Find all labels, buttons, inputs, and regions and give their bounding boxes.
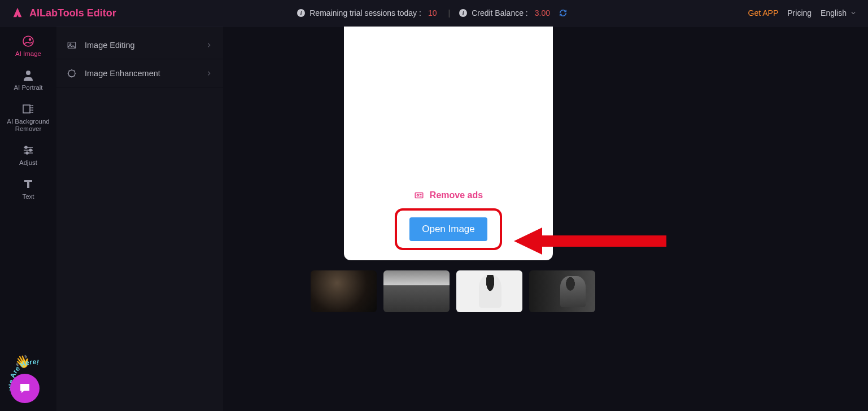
canvas-area: Remove ads Open Image — [223, 27, 868, 411]
sidebar-item-ai-portrait[interactable]: AI Portrait — [14, 68, 42, 92]
logo-icon — [11, 7, 24, 19]
app-header: AILabTools Editor i Remaining trial sess… — [0, 0, 868, 27]
image-editing-icon — [67, 40, 77, 50]
sidebar-item-label: AI Image — [15, 50, 41, 58]
sidebar-item-ai-bg-remover[interactable]: AI Background Remover — [0, 102, 56, 134]
brand-text: AILabTools Editor — [29, 7, 116, 19]
remove-ads-label: Remove ads — [430, 190, 483, 200]
submenu-image-enhancement[interactable]: Image Enhancement — [56, 59, 223, 88]
sidebar-item-label: AI Background Remover — [0, 118, 56, 134]
svg-point-2 — [26, 71, 30, 75]
credit-value: 3.00 — [535, 8, 550, 18]
drop-zone-panel: Remove ads Open Image — [344, 27, 553, 260]
submenu-label: Image Editing — [85, 41, 197, 50]
sidebar-item-label: AI Portrait — [14, 84, 42, 92]
sample-thumbnail[interactable] — [311, 270, 377, 312]
sample-thumbnail[interactable] — [383, 270, 450, 312]
image-enhancement-icon — [67, 68, 77, 78]
ai-bg-remover-icon — [21, 102, 35, 116]
svg-rect-3 — [23, 105, 30, 113]
text-icon — [21, 177, 35, 191]
header-right: Get APP Pricing English — [748, 8, 857, 18]
chevron-right-icon — [205, 41, 213, 49]
ai-image-icon — [21, 34, 35, 48]
trial-label: Remaining trial sessions today : — [309, 8, 421, 18]
sample-thumbnail[interactable] — [456, 270, 522, 312]
svg-point-1 — [29, 39, 31, 41]
primary-sidebar: AI Image AI Portrait AI Background Remov… — [0, 27, 56, 411]
info-icon: i — [297, 9, 305, 17]
trial-value: 10 — [428, 8, 437, 18]
chat-bubble-button[interactable] — [10, 374, 40, 403]
chat-widget[interactable]: 👋 We Are Here! — [8, 355, 59, 405]
pricing-link[interactable]: Pricing — [787, 8, 812, 18]
sidebar-item-adjust[interactable]: Adjust — [19, 143, 37, 167]
sidebar-item-ai-image[interactable]: AI Image — [15, 34, 41, 58]
submenu-label: Image Enhancement — [85, 69, 197, 78]
sidebar-item-label: Adjust — [19, 159, 37, 167]
brand-logo[interactable]: AILabTools Editor — [11, 7, 116, 19]
refresh-icon[interactable] — [559, 9, 567, 17]
submenu-image-editing[interactable]: Image Editing — [56, 31, 223, 59]
adjust-icon — [21, 143, 35, 157]
chevron-right-icon — [205, 69, 213, 77]
chevron-down-icon — [850, 10, 857, 16]
sidebar-item-label: Text — [22, 193, 34, 201]
sample-thumbnails — [311, 270, 595, 312]
get-app-link[interactable]: Get APP — [748, 8, 779, 18]
ai-portrait-icon — [21, 68, 35, 82]
remove-ads-link[interactable]: Remove ads — [414, 190, 483, 200]
svg-point-6 — [26, 152, 28, 154]
sidebar-item-text[interactable]: Text — [21, 177, 35, 201]
sample-thumbnail[interactable] — [529, 270, 595, 312]
svg-point-0 — [23, 36, 33, 46]
open-image-button[interactable]: Open Image — [409, 217, 487, 241]
svg-point-5 — [29, 149, 32, 151]
ad-icon — [414, 190, 424, 200]
language-label: English — [821, 8, 847, 18]
svg-point-4 — [25, 146, 27, 148]
separator: | — [448, 8, 450, 18]
svg-point-11 — [417, 195, 418, 196]
header-status: i Remaining trial sessions today : 10 | … — [116, 8, 748, 18]
secondary-sidebar: Image Editing Image Enhancement — [56, 27, 223, 411]
info-icon: i — [459, 9, 467, 17]
language-selector[interactable]: English — [821, 8, 857, 18]
annotation-highlight: Open Image — [395, 208, 502, 250]
chat-icon — [18, 382, 32, 395]
credit-label: Credit Balance : — [472, 8, 528, 18]
